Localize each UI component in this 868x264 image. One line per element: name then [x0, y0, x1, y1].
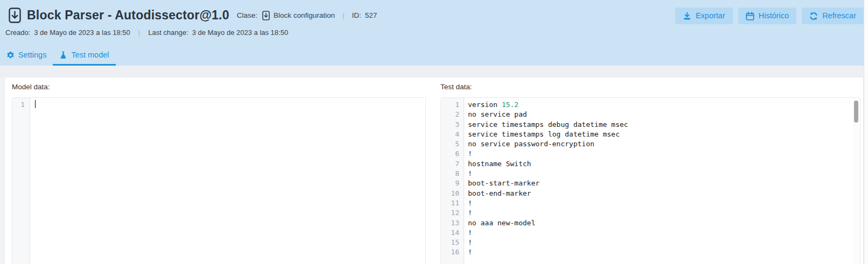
- id-value: 527: [365, 11, 377, 19]
- page-header: Block Parser - Autodissector@1.0 Clase: …: [0, 0, 868, 66]
- text-cursor: [35, 100, 36, 108]
- clase-label: Clase:: [237, 11, 257, 19]
- tab-settings-label: Settings: [18, 51, 46, 59]
- refresh-button[interactable]: Refrescar: [802, 8, 864, 24]
- code-line: !: [468, 208, 860, 218]
- block-configuration-icon: [262, 11, 270, 20]
- gear-icon: [6, 51, 15, 59]
- code-line: no service password-encryption: [468, 139, 860, 149]
- clase-group: Clase: Block configuration: [237, 11, 335, 20]
- history-button-label: Histórico: [759, 11, 789, 20]
- flask-icon: [59, 51, 67, 59]
- line-number: 8: [441, 169, 464, 179]
- test-data-label: Test data:: [440, 83, 472, 91]
- model-editor-gutter: 1: [12, 98, 30, 264]
- line-number: 9: [441, 179, 464, 188]
- code-line: [34, 100, 425, 110]
- tabs: Settings Test model: [0, 47, 116, 66]
- test-editor-scrollbar-thumb[interactable]: [854, 101, 858, 123]
- tab-test-model-label: Test model: [71, 51, 109, 59]
- refresh-button-label: Refrescar: [822, 11, 856, 20]
- history-button[interactable]: Histórico: [738, 8, 796, 24]
- model-data-label: Model data:: [12, 83, 50, 91]
- test-editor-gutter: 12345678910111213141516: [441, 98, 464, 264]
- code-line: service timestamps debug datetime msec: [468, 120, 860, 130]
- line-number: 16: [441, 247, 464, 257]
- code-line: boot-start-marker: [468, 179, 860, 188]
- code-line: !: [468, 149, 860, 159]
- id-label: ID:: [352, 11, 361, 19]
- last-change-value: 3 de Mayo de 2023 a las 18:50: [192, 28, 289, 37]
- last-change-label: Last change:: [148, 28, 188, 37]
- test-editor-code[interactable]: version 15.2no service padservice timest…: [464, 98, 860, 264]
- code-line: !: [468, 169, 860, 179]
- model-editor-code[interactable]: [30, 98, 425, 264]
- line-number: 10: [441, 189, 464, 198]
- page-scrollbar[interactable]: [864, 0, 868, 264]
- clase-value: Block configuration: [274, 11, 335, 19]
- block-parser-icon: [9, 8, 21, 23]
- refresh-icon: [809, 12, 818, 20]
- line-number: 12: [441, 208, 464, 218]
- code-line: version 15.2: [468, 100, 860, 110]
- line-number: 4: [441, 130, 464, 139]
- code-line: hostname Switch: [468, 159, 860, 169]
- line-number: 2: [441, 110, 464, 119]
- download-icon: [683, 12, 691, 20]
- code-line: !: [468, 247, 860, 257]
- line-number: 1: [441, 100, 464, 110]
- line-number: 11: [441, 198, 464, 208]
- test-data-editor[interactable]: 12345678910111213141516 version 15.2no s…: [440, 97, 860, 264]
- export-button-label: Exportar: [696, 11, 725, 20]
- id-group: ID: 527: [352, 11, 377, 19]
- code-line: no service pad: [468, 110, 860, 119]
- line-number: 7: [441, 159, 464, 169]
- line-number: 13: [441, 218, 464, 228]
- code-line: !: [468, 238, 860, 247]
- tab-settings[interactable]: Settings: [0, 47, 53, 66]
- calendar-icon: [746, 12, 754, 20]
- code-line: service timestamps log datetime msec: [468, 130, 860, 139]
- export-button[interactable]: Exportar: [675, 8, 733, 24]
- header-content-gap: [0, 66, 868, 77]
- line-number: 14: [441, 228, 464, 238]
- code-line: !: [468, 228, 860, 238]
- title-row: Block Parser - Autodissector@1.0 Clase: …: [9, 8, 690, 23]
- code-line: no aaa new-model: [468, 218, 860, 228]
- line-number: 1: [12, 100, 30, 110]
- line-number: 6: [441, 149, 464, 159]
- created-value: 3 de Mayo de 2023 a las 18:50: [34, 28, 130, 37]
- tab-test-model[interactable]: Test model: [53, 47, 115, 66]
- divider: |: [342, 11, 344, 19]
- line-number: 15: [441, 238, 464, 247]
- line-number: 5: [441, 139, 464, 149]
- model-data-editor[interactable]: 1: [12, 97, 426, 264]
- test-editor-scrollbar[interactable]: [853, 98, 859, 264]
- code-line: !: [468, 198, 860, 208]
- header-buttons: Exportar Histórico Refrescar: [675, 8, 864, 24]
- page-title: Block Parser - Autodissector@1.0: [27, 8, 229, 23]
- divider: |: [138, 28, 140, 37]
- content-card: Model data: Test data: 1 123456789101112…: [4, 77, 864, 264]
- created-label: Creado:: [5, 28, 30, 37]
- meta-row: Creado: 3 de Mayo de 2023 a las 18:50 | …: [5, 28, 288, 37]
- line-number: 3: [441, 120, 464, 130]
- code-line: boot-end-marker: [468, 189, 860, 198]
